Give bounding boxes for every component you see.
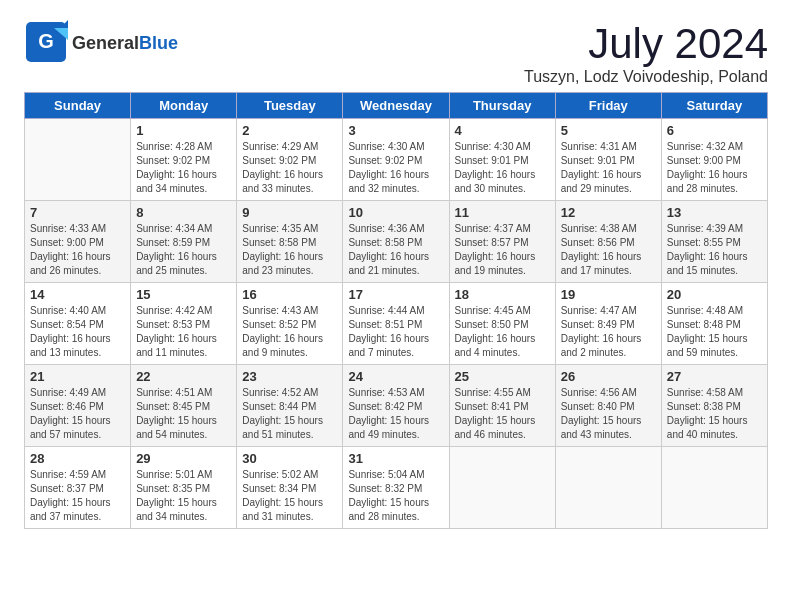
table-row: 30Sunrise: 5:02 AM Sunset: 8:34 PM Dayli… [237,447,343,529]
calendar-week-row: 7Sunrise: 4:33 AM Sunset: 9:00 PM Daylig… [25,201,768,283]
table-row: 22Sunrise: 4:51 AM Sunset: 8:45 PM Dayli… [131,365,237,447]
table-row: 4Sunrise: 4:30 AM Sunset: 9:01 PM Daylig… [449,119,555,201]
day-number: 10 [348,205,443,220]
day-number: 12 [561,205,656,220]
table-row [555,447,661,529]
logo-icon: G [24,20,68,68]
day-content: Sunrise: 4:31 AM Sunset: 9:01 PM Dayligh… [561,140,656,196]
col-sunday: Sunday [25,93,131,119]
day-number: 3 [348,123,443,138]
table-row: 12Sunrise: 4:38 AM Sunset: 8:56 PM Dayli… [555,201,661,283]
table-row: 7Sunrise: 4:33 AM Sunset: 9:00 PM Daylig… [25,201,131,283]
logo: G GeneralBlue [24,20,178,68]
day-number: 29 [136,451,231,466]
day-content: Sunrise: 4:40 AM Sunset: 8:54 PM Dayligh… [30,304,125,360]
day-number: 8 [136,205,231,220]
day-number: 15 [136,287,231,302]
day-content: Sunrise: 4:55 AM Sunset: 8:41 PM Dayligh… [455,386,550,442]
day-content: Sunrise: 4:32 AM Sunset: 9:00 PM Dayligh… [667,140,762,196]
day-content: Sunrise: 4:34 AM Sunset: 8:59 PM Dayligh… [136,222,231,278]
calendar-week-row: 28Sunrise: 4:59 AM Sunset: 8:37 PM Dayli… [25,447,768,529]
calendar-body: 1Sunrise: 4:28 AM Sunset: 9:02 PM Daylig… [25,119,768,529]
page: G GeneralBlue July 2024 Tuszyn, Lodz Voi… [0,0,792,549]
day-content: Sunrise: 4:58 AM Sunset: 8:38 PM Dayligh… [667,386,762,442]
col-saturday: Saturday [661,93,767,119]
calendar-header-row: Sunday Monday Tuesday Wednesday Thursday… [25,93,768,119]
day-number: 9 [242,205,337,220]
logo-text: GeneralBlue [72,34,178,54]
table-row: 27Sunrise: 4:58 AM Sunset: 8:38 PM Dayli… [661,365,767,447]
day-number: 2 [242,123,337,138]
day-content: Sunrise: 5:04 AM Sunset: 8:32 PM Dayligh… [348,468,443,524]
day-number: 30 [242,451,337,466]
table-row: 15Sunrise: 4:42 AM Sunset: 8:53 PM Dayli… [131,283,237,365]
table-row: 13Sunrise: 4:39 AM Sunset: 8:55 PM Dayli… [661,201,767,283]
header: G GeneralBlue July 2024 Tuszyn, Lodz Voi… [24,20,768,86]
table-row: 9Sunrise: 4:35 AM Sunset: 8:58 PM Daylig… [237,201,343,283]
table-row: 31Sunrise: 5:04 AM Sunset: 8:32 PM Dayli… [343,447,449,529]
day-number: 19 [561,287,656,302]
day-number: 31 [348,451,443,466]
day-content: Sunrise: 4:56 AM Sunset: 8:40 PM Dayligh… [561,386,656,442]
day-number: 20 [667,287,762,302]
day-number: 22 [136,369,231,384]
day-number: 18 [455,287,550,302]
day-content: Sunrise: 4:38 AM Sunset: 8:56 PM Dayligh… [561,222,656,278]
day-number: 7 [30,205,125,220]
day-number: 16 [242,287,337,302]
table-row: 25Sunrise: 4:55 AM Sunset: 8:41 PM Dayli… [449,365,555,447]
table-row: 2Sunrise: 4:29 AM Sunset: 9:02 PM Daylig… [237,119,343,201]
table-row: 17Sunrise: 4:44 AM Sunset: 8:51 PM Dayli… [343,283,449,365]
day-content: Sunrise: 4:36 AM Sunset: 8:58 PM Dayligh… [348,222,443,278]
month-title: July 2024 [524,20,768,68]
table-row: 23Sunrise: 4:52 AM Sunset: 8:44 PM Dayli… [237,365,343,447]
day-number: 28 [30,451,125,466]
table-row: 1Sunrise: 4:28 AM Sunset: 9:02 PM Daylig… [131,119,237,201]
day-content: Sunrise: 4:45 AM Sunset: 8:50 PM Dayligh… [455,304,550,360]
col-thursday: Thursday [449,93,555,119]
location-subtitle: Tuszyn, Lodz Voivodeship, Poland [524,68,768,86]
day-number: 1 [136,123,231,138]
day-content: Sunrise: 4:53 AM Sunset: 8:42 PM Dayligh… [348,386,443,442]
calendar-week-row: 21Sunrise: 4:49 AM Sunset: 8:46 PM Dayli… [25,365,768,447]
day-content: Sunrise: 4:43 AM Sunset: 8:52 PM Dayligh… [242,304,337,360]
table-row: 11Sunrise: 4:37 AM Sunset: 8:57 PM Dayli… [449,201,555,283]
calendar-week-row: 14Sunrise: 4:40 AM Sunset: 8:54 PM Dayli… [25,283,768,365]
day-number: 26 [561,369,656,384]
logo-blue: Blue [139,33,178,53]
svg-text:G: G [38,30,54,52]
table-row: 5Sunrise: 4:31 AM Sunset: 9:01 PM Daylig… [555,119,661,201]
day-content: Sunrise: 4:30 AM Sunset: 9:02 PM Dayligh… [348,140,443,196]
day-content: Sunrise: 4:33 AM Sunset: 9:00 PM Dayligh… [30,222,125,278]
day-content: Sunrise: 5:01 AM Sunset: 8:35 PM Dayligh… [136,468,231,524]
day-content: Sunrise: 5:02 AM Sunset: 8:34 PM Dayligh… [242,468,337,524]
table-row: 18Sunrise: 4:45 AM Sunset: 8:50 PM Dayli… [449,283,555,365]
day-number: 17 [348,287,443,302]
day-number: 24 [348,369,443,384]
table-row: 8Sunrise: 4:34 AM Sunset: 8:59 PM Daylig… [131,201,237,283]
day-number: 21 [30,369,125,384]
day-content: Sunrise: 4:59 AM Sunset: 8:37 PM Dayligh… [30,468,125,524]
day-number: 11 [455,205,550,220]
table-row: 28Sunrise: 4:59 AM Sunset: 8:37 PM Dayli… [25,447,131,529]
day-content: Sunrise: 4:35 AM Sunset: 8:58 PM Dayligh… [242,222,337,278]
day-content: Sunrise: 4:29 AM Sunset: 9:02 PM Dayligh… [242,140,337,196]
table-row: 3Sunrise: 4:30 AM Sunset: 9:02 PM Daylig… [343,119,449,201]
day-content: Sunrise: 4:48 AM Sunset: 8:48 PM Dayligh… [667,304,762,360]
table-row: 14Sunrise: 4:40 AM Sunset: 8:54 PM Dayli… [25,283,131,365]
table-row: 24Sunrise: 4:53 AM Sunset: 8:42 PM Dayli… [343,365,449,447]
col-friday: Friday [555,93,661,119]
table-row: 26Sunrise: 4:56 AM Sunset: 8:40 PM Dayli… [555,365,661,447]
day-content: Sunrise: 4:47 AM Sunset: 8:49 PM Dayligh… [561,304,656,360]
day-content: Sunrise: 4:39 AM Sunset: 8:55 PM Dayligh… [667,222,762,278]
table-row: 20Sunrise: 4:48 AM Sunset: 8:48 PM Dayli… [661,283,767,365]
day-content: Sunrise: 4:37 AM Sunset: 8:57 PM Dayligh… [455,222,550,278]
table-row [661,447,767,529]
day-number: 13 [667,205,762,220]
table-row: 19Sunrise: 4:47 AM Sunset: 8:49 PM Dayli… [555,283,661,365]
day-number: 23 [242,369,337,384]
day-number: 25 [455,369,550,384]
day-number: 14 [30,287,125,302]
col-wednesday: Wednesday [343,93,449,119]
day-content: Sunrise: 4:51 AM Sunset: 8:45 PM Dayligh… [136,386,231,442]
